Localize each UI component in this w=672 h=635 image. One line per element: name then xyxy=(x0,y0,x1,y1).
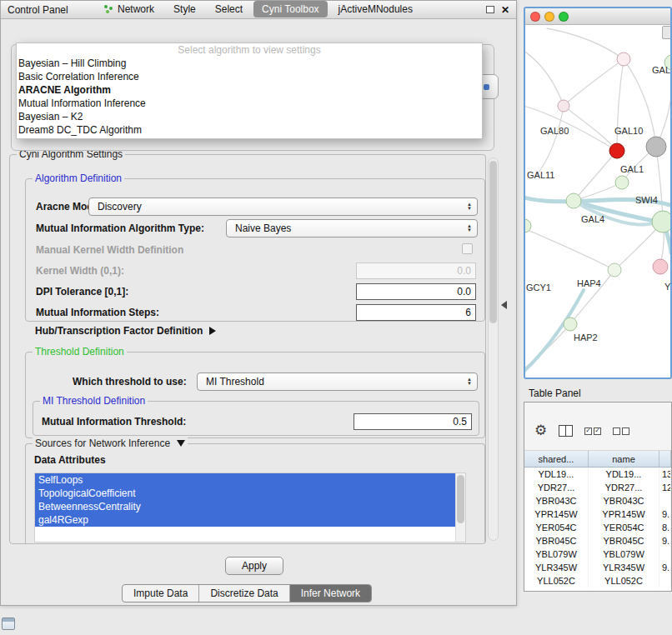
network-edge[interactable] xyxy=(525,48,564,106)
table-row[interactable]: YPR145WYPR145W9. xyxy=(524,508,671,521)
network-node[interactable] xyxy=(566,193,581,208)
mi-steps-input[interactable] xyxy=(356,304,476,321)
node-label: GAL80 xyxy=(540,126,569,136)
network-node[interactable] xyxy=(564,318,577,331)
tab-label: Style xyxy=(173,3,196,15)
table-row[interactable]: YLR345WYLR345W9. xyxy=(524,561,671,574)
table-cell: 12 xyxy=(659,481,671,494)
minimize-window-icon[interactable] xyxy=(544,12,554,22)
checked-box-icon xyxy=(584,428,592,435)
network-node[interactable] xyxy=(652,211,670,232)
tab-select[interactable]: Select xyxy=(207,1,251,18)
tab-label: Network xyxy=(118,3,154,15)
network-edge[interactable] xyxy=(564,59,624,106)
dropdown-option[interactable]: Bayesian – Hill Climbing xyxy=(17,57,482,70)
which-threshold-combobox[interactable]: MI Threshold ▲▼ xyxy=(197,372,478,391)
dropdown-option[interactable]: Mutual Information Inference xyxy=(17,97,482,110)
dpi-tolerance-input[interactable] xyxy=(356,283,476,300)
table-row[interactable]: YER054CYER054C8. xyxy=(524,521,671,534)
bottom-tab-infer-network[interactable]: Infer Network xyxy=(290,585,371,602)
scrollbar-thumb[interactable] xyxy=(457,475,464,523)
canvas-corner-control[interactable] xyxy=(662,26,670,39)
unselect-all-columns-button[interactable] xyxy=(613,428,629,435)
table-cell: YPR145W xyxy=(524,508,589,521)
table-cell: YDR27... xyxy=(589,481,659,494)
tab-network[interactable]: Network xyxy=(96,1,163,18)
table-cell xyxy=(659,548,671,561)
dropdown-option[interactable]: Bayesian – K2 xyxy=(17,110,482,123)
network-node[interactable] xyxy=(617,52,630,66)
network-edge[interactable] xyxy=(564,106,617,151)
table-row[interactable]: YLL052CYLL052C xyxy=(524,574,671,588)
attributes-scrollbar[interactable] xyxy=(455,473,465,542)
network-node[interactable] xyxy=(646,137,666,157)
table-row[interactable]: YBR043CYBR043C xyxy=(524,494,671,508)
table-row[interactable]: YBL079WYBL079W xyxy=(524,548,671,561)
network-node[interactable] xyxy=(615,176,629,189)
collapse-panel-icon[interactable] xyxy=(501,301,507,309)
scrollbar-thumb[interactable] xyxy=(489,161,497,323)
table-body: YDL19...YDL19...13YDR27...YDR27...12YBR0… xyxy=(524,468,671,591)
apply-button[interactable]: Apply xyxy=(225,557,283,575)
close-window-icon[interactable] xyxy=(530,12,540,22)
table-cell: 9. xyxy=(659,534,671,548)
network-node[interactable] xyxy=(653,259,668,274)
network-node[interactable] xyxy=(608,263,621,277)
show-columns-button[interactable] xyxy=(559,425,573,437)
panel-tabs: NetworkStyleSelectCyni ToolboxjActiveMNo… xyxy=(1,1,516,18)
network-edge[interactable] xyxy=(656,147,663,222)
table-row[interactable]: YDR27...YDR27...12 xyxy=(524,481,671,494)
select-all-columns-button[interactable] xyxy=(584,428,601,435)
bottom-tab-discretize-data[interactable]: Discretize Data xyxy=(199,585,289,602)
tab-style[interactable]: Style xyxy=(165,1,204,18)
attribute-item[interactable]: BetweennessCentrality xyxy=(35,500,455,513)
node-label: HAP2 xyxy=(574,332,598,342)
table-settings-button[interactable]: ⚙ xyxy=(534,423,547,438)
node-label: Y xyxy=(664,282,670,292)
network-edge[interactable] xyxy=(617,59,624,151)
zoom-window-icon[interactable] xyxy=(559,12,569,22)
mi-type-combobox[interactable]: Naive Bayes ▲▼ xyxy=(226,219,478,238)
dropdown-option[interactable]: Dream8 DC_TDC Algorithm xyxy=(17,123,482,137)
tab-cyni-toolbox[interactable]: Cyni Toolbox xyxy=(253,1,327,18)
sources-toggle[interactable]: Sources for Network Inference xyxy=(33,438,188,449)
column-header[interactable]: shared... xyxy=(524,451,589,468)
network-edge[interactable] xyxy=(535,106,564,177)
network-node[interactable] xyxy=(609,143,624,158)
network-canvas[interactable]: GAL80GAL10GAL7GAL11GAL1SWI4GAL4GCY1HAP4Y… xyxy=(525,25,670,378)
attribute-item[interactable]: gal4RGexp xyxy=(35,513,455,527)
chevron-down-icon xyxy=(177,440,185,447)
network-icon xyxy=(104,5,113,14)
unchecked-box-icon xyxy=(613,428,620,435)
algorithm-definition-title: Algorithm Definition xyxy=(33,172,124,184)
kernel-width-input[interactable] xyxy=(356,262,476,279)
dropdown-option[interactable]: ARACNE Algorithm xyxy=(17,83,482,97)
which-threshold-label: Which threshold to use: xyxy=(73,376,187,388)
column-header[interactable]: name xyxy=(589,451,659,468)
tab-jactivemnodules[interactable]: jActiveMNodules xyxy=(330,1,421,18)
columns-icon xyxy=(559,425,573,437)
attribute-item[interactable]: TopologicalCoefficient xyxy=(35,487,455,500)
settings-scrollbar[interactable] xyxy=(488,158,499,541)
bottom-tab-impute-data[interactable]: Impute Data xyxy=(123,585,199,602)
network-node[interactable] xyxy=(558,100,569,112)
table-cell: YBR045C xyxy=(524,534,589,548)
aracne-mode-combobox[interactable]: Discovery ▲▼ xyxy=(88,198,478,216)
dropdown-option[interactable]: Basic Correlation Inference xyxy=(17,70,482,83)
manual-kernel-label: Manual Kernel Width Definition xyxy=(36,244,183,256)
table-cell xyxy=(659,494,671,508)
hub-section-toggle[interactable]: Hub/Transcription Factor Definition xyxy=(35,325,216,337)
attribute-item[interactable]: SelfLoops xyxy=(35,473,455,487)
table-cell: YER054C xyxy=(589,521,659,534)
network-edge[interactable] xyxy=(547,28,624,59)
table-cell: YDR27... xyxy=(524,481,589,494)
restore-panel-icon[interactable] xyxy=(2,618,15,630)
network-edge[interactable] xyxy=(525,227,614,270)
mi-threshold-input[interactable] xyxy=(354,413,472,430)
manual-kernel-checkbox[interactable] xyxy=(462,243,473,254)
unchecked-box-icon xyxy=(622,428,629,435)
tab-label: jActiveMNodules xyxy=(339,3,413,15)
table-row[interactable]: YDL19...YDL19...13 xyxy=(524,468,671,481)
network-window-titlebar[interactable] xyxy=(525,8,670,25)
table-row[interactable]: YBR045CYBR045C9. xyxy=(524,534,671,548)
